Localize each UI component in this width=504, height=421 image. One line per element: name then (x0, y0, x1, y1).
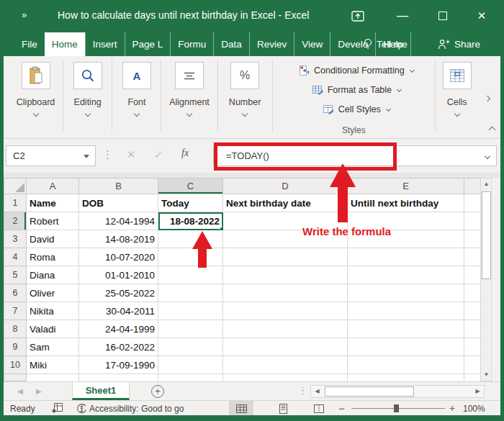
cell-B2[interactable]: 12-04-1994 (79, 212, 158, 230)
scroll-up-icon[interactable]: ▲ (481, 178, 492, 190)
cell-B10[interactable]: 17-09-1990 (79, 356, 158, 374)
zoom-in-button[interactable]: + (449, 402, 455, 414)
cell-C1[interactable]: Today (158, 194, 223, 212)
tab-bar-grip[interactable]: ⋮ (298, 385, 307, 396)
cell-E6[interactable] (348, 284, 464, 302)
cell-A7[interactable]: Nikita (27, 302, 79, 320)
tell-me-button[interactable]: Tell me (364, 32, 408, 56)
cell-D6[interactable] (223, 284, 348, 302)
tab-home[interactable]: Home (45, 32, 85, 56)
insert-function-icon[interactable]: fx (181, 148, 189, 159)
cell-B5[interactable]: 01-01-2010 (79, 266, 158, 284)
name-box[interactable]: C2 (6, 145, 96, 166)
number-group-button[interactable]: % Number (218, 56, 272, 138)
editing-group-button[interactable]: Editing (63, 56, 112, 138)
cell-D5[interactable] (223, 266, 348, 284)
cell-B8[interactable]: 24-04-1999 (79, 320, 158, 338)
page-break-preview-button[interactable] (308, 401, 330, 416)
vertical-scrollbar[interactable]: ▲ ▼ (480, 178, 492, 381)
cell-C8[interactable] (158, 320, 223, 338)
cell-C6[interactable] (158, 284, 223, 302)
tab-page-layout[interactable]: Page L (125, 32, 171, 56)
format-as-table-button[interactable]: Format as Table (312, 80, 401, 99)
cell-D10[interactable] (223, 356, 348, 374)
formula-bar-grip[interactable]: ⋮ (102, 148, 113, 161)
share-button[interactable]: Share (438, 32, 480, 56)
row-header-8[interactable]: 8 (4, 320, 27, 338)
row-header-7[interactable]: 7 (4, 302, 27, 320)
col-header-D[interactable]: D (223, 178, 348, 194)
cell-E10[interactable] (348, 356, 464, 374)
restore-button[interactable] (433, 6, 452, 25)
zoom-level[interactable]: 100% (463, 404, 485, 414)
row-header-3[interactable]: 3 (4, 230, 27, 248)
cells-group-button[interactable]: Cells (436, 56, 478, 138)
cell-A1[interactable]: Name (27, 194, 79, 212)
tab-formulas[interactable]: Formu (170, 32, 213, 56)
normal-view-button[interactable] (229, 401, 253, 416)
cell-E1[interactable]: Untill next birthday (348, 194, 464, 212)
cell-C10[interactable] (158, 356, 223, 374)
minimize-button[interactable]: — (393, 6, 412, 25)
scroll-right-icon[interactable]: ▶ (472, 386, 483, 397)
cell-C5[interactable] (158, 266, 223, 284)
cell-B6[interactable]: 25-05-2022 (79, 284, 158, 302)
cell-A8[interactable]: Valadi (27, 320, 79, 338)
font-group-button[interactable]: A Font (112, 56, 161, 138)
row-header-2[interactable]: 2 (4, 212, 27, 230)
formula-bar-expand-icon[interactable] (485, 153, 490, 159)
next-sheet-icon[interactable]: ▶ (36, 387, 42, 395)
cell-B3[interactable]: 14-08-2019 (79, 230, 158, 248)
cell-D4[interactable] (223, 248, 348, 266)
page-layout-view-button[interactable] (272, 401, 294, 416)
conditional-formatting-button[interactable]: Conditional Formatting (300, 60, 414, 80)
cell-B9[interactable]: 16-02-2022 (79, 338, 158, 356)
cell-D1[interactable]: Next birthday date (223, 194, 348, 212)
close-button[interactable]: ✕ (472, 6, 491, 25)
col-header-B[interactable]: B (79, 178, 158, 194)
sheet-tab-sheet1[interactable]: Sheet1 (72, 382, 130, 400)
vertical-scrollbar-thumb[interactable] (482, 191, 491, 279)
alignment-group-button[interactable]: Alignment (161, 56, 217, 138)
ribbon-scroll-right-icon[interactable] (485, 96, 490, 101)
cell-E9[interactable] (348, 338, 464, 356)
cell-styles-button[interactable]: Cell Styles (323, 99, 390, 119)
cell-A9[interactable]: Sam (27, 338, 79, 356)
cancel-icon[interactable]: ✕ (127, 148, 136, 161)
cell-E8[interactable] (348, 320, 464, 338)
cell-D8[interactable] (223, 320, 348, 338)
zoom-slider-thumb[interactable] (394, 404, 399, 412)
cell-E5[interactable] (348, 266, 464, 284)
name-box-dropdown-icon[interactable] (84, 155, 89, 158)
col-header-C[interactable]: C (158, 178, 223, 194)
row-header-4[interactable]: 4 (4, 248, 27, 266)
zoom-out-button[interactable]: − (338, 402, 345, 415)
tab-view[interactable]: View (294, 32, 330, 56)
row-header-9[interactable]: 9 (4, 338, 27, 356)
scroll-left-icon[interactable]: ◀ (312, 386, 323, 397)
scroll-down-icon[interactable]: ▼ (481, 369, 492, 381)
cell-B1[interactable]: DOB (79, 194, 158, 212)
tab-file[interactable]: File (14, 32, 45, 56)
col-header-E[interactable]: E (348, 178, 464, 194)
horizontal-scrollbar[interactable]: ◀ ▶ (310, 385, 485, 398)
horizontal-scrollbar-thumb[interactable] (325, 386, 414, 397)
row-header-5[interactable]: 5 (4, 266, 27, 284)
cell-C7[interactable] (158, 302, 223, 320)
cell-A4[interactable]: Roma (27, 248, 79, 266)
cell-A5[interactable]: Diana (27, 266, 79, 284)
tab-data[interactable]: Data (213, 32, 249, 56)
select-all-corner[interactable] (4, 178, 27, 194)
new-sheet-button[interactable]: + (151, 385, 164, 398)
cell-A2[interactable]: Robert (27, 212, 79, 230)
cell-E7[interactable] (348, 302, 464, 320)
cell-A3[interactable]: David (27, 230, 79, 248)
enter-icon[interactable]: ✓ (154, 148, 163, 161)
accessibility-status[interactable]: Accessibility: Good to go (89, 404, 184, 414)
row-header-6[interactable]: 6 (4, 284, 27, 302)
cell-C2[interactable]: 18-08-2022 (158, 212, 223, 230)
tab-review[interactable]: Reviev (249, 32, 294, 56)
cell-A10[interactable]: Miki (27, 356, 79, 374)
cell-C3[interactable] (158, 230, 223, 248)
macro-record-icon[interactable] (52, 403, 63, 415)
